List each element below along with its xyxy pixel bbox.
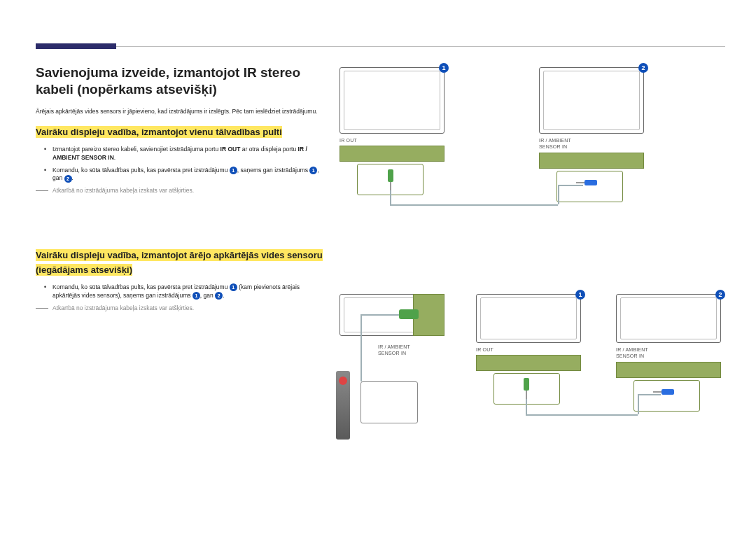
badge-1-icon: 1	[192, 292, 200, 300]
badge-1-icon: 1	[439, 63, 449, 73]
text: .	[114, 154, 115, 161]
badge-1-icon: 1	[575, 290, 585, 300]
monitor-screen	[344, 71, 440, 130]
text: Komandu, ko sūta tālvadības pults, kas p…	[52, 167, 230, 174]
badge-2-icon: 2	[64, 175, 72, 183]
page-title: Savienojuma izveide, izmantojot IR stere…	[36, 64, 323, 98]
jack-blue-icon	[584, 180, 597, 185]
section1-bullet2: Komandu, ko sūta tālvadības pults, kas p…	[36, 167, 323, 183]
note-text: Atkarībā no izstrādājuma kabeļa izskats …	[52, 304, 194, 311]
text: .	[72, 174, 74, 181]
cable	[526, 414, 638, 416]
tv-base-2	[539, 153, 644, 169]
cable	[390, 190, 391, 204]
port-box-2	[634, 380, 700, 412]
monitor-1: 1	[476, 294, 581, 343]
text: Komandu, ko sūta tālvadības pults, kas p…	[52, 283, 230, 290]
text: ar otra displeja portu	[240, 146, 298, 153]
jack-green-icon	[524, 378, 529, 391]
sensor-in-label: SENSOR IN	[378, 351, 406, 356]
tv-base-1	[476, 355, 581, 371]
section1-heading: Vairāku displeju vadība, izmantojot vien…	[36, 126, 282, 138]
sensor-plug-icon	[399, 309, 419, 319]
section1-note: Atkarībā no izstrādājuma kabeļa izskats …	[36, 187, 323, 194]
tv-base-2	[616, 362, 721, 378]
ir-out-label: IR OUT	[340, 138, 357, 143]
ir-ambient-label: IR / AMBIENT	[539, 138, 571, 143]
bold: IR OUT	[220, 146, 241, 153]
port-box-2	[556, 171, 623, 202]
ir-ambient-label: IR / AMBIENT	[378, 344, 410, 349]
section2-note: Atkarībā no izstrādājuma kabeļa izskats …	[36, 304, 323, 311]
monitor-2: 2	[539, 67, 644, 134]
diagram-top: 1 IR OUT 2 IR / AMBIENT SENSOR IN	[336, 67, 728, 221]
monitor-2: 2	[616, 294, 721, 343]
header-divider	[116, 46, 725, 47]
monitor-screen	[543, 71, 640, 130]
section1-bullets: Izmantojot pareizo stereo kabeli, savien…	[36, 146, 323, 183]
cable	[360, 314, 399, 316]
section1-bullet1: Izmantojot pareizo stereo kabeli, savien…	[36, 146, 323, 162]
text: .	[223, 292, 224, 299]
badge-2-icon: 2	[215, 292, 223, 300]
jack-blue-icon	[662, 389, 674, 395]
badge-2-icon: 2	[715, 290, 725, 300]
badge-1-icon: 1	[309, 167, 317, 174]
monitor-screen	[620, 297, 717, 339]
note-dash-icon	[36, 190, 48, 191]
cable	[558, 185, 559, 204]
tv-base-1	[340, 146, 444, 162]
monitor-screen	[480, 297, 577, 339]
section2-heading-wrap: Vairāku displeju vadība, izmantojot ārēj…	[36, 248, 323, 278]
note-dash-icon	[36, 308, 48, 309]
sensor-in-label: SENSOR IN	[539, 144, 567, 149]
left-column: Savienojuma izveide, izmantojot IR stere…	[36, 64, 323, 311]
badge-1-icon: 1	[230, 283, 237, 291]
text: Izmantojot pareizo stereo kabeli, savien…	[52, 146, 220, 153]
remote-control-icon	[336, 371, 350, 440]
cable	[526, 399, 527, 414]
text: , saņems gan izstrādājums	[237, 167, 309, 174]
note-text: Atkarībā no izstrādājuma kabeļa izskats …	[52, 187, 194, 194]
diagram-bottom: IR / AMBIENT SENSOR IN 1 IR OUT 2 IR / A…	[336, 294, 728, 476]
badge-1-icon: 1	[230, 167, 237, 174]
header-bar	[36, 43, 116, 49]
section2-heading: Vairāku displeju vadība, izmantojot ārēj…	[36, 249, 323, 276]
intro-text: Ārējais apkārtējās vides sensors ir jāpi…	[36, 108, 323, 115]
ir-ambient-label: IR / AMBIENT	[616, 347, 648, 352]
badge-2-icon: 2	[638, 63, 648, 73]
jack-green-icon	[388, 169, 393, 182]
text: , gan	[200, 292, 215, 299]
monitor-1: 1	[340, 67, 444, 134]
cable	[360, 314, 362, 381]
ir-out-label: IR OUT	[476, 347, 493, 352]
section1-heading-wrap: Vairāku displeju vadība, izmantojot vien…	[36, 125, 323, 140]
cable	[638, 394, 639, 414]
external-sensor-box	[360, 381, 418, 423]
cable	[638, 394, 661, 395]
section2-bullets: Komandu, ko sūta tālvadības pults, kas p…	[36, 283, 323, 300]
cable	[558, 185, 583, 186]
section2-bullet1: Komandu, ko sūta tālvadības pults, kas p…	[36, 283, 323, 300]
sensor-in-label: SENSOR IN	[616, 353, 644, 358]
cable	[390, 204, 558, 206]
